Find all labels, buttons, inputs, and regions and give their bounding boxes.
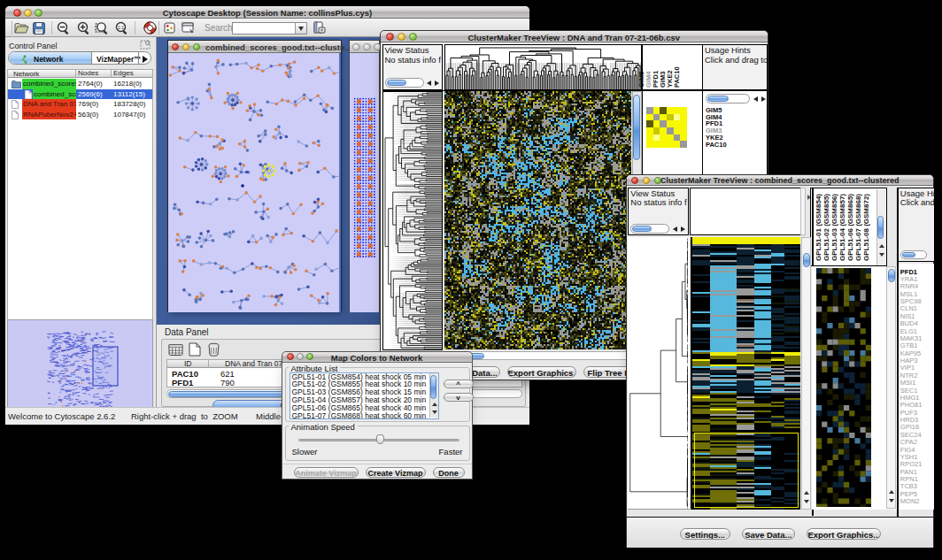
- svg-text:1:1: 1:1: [118, 25, 124, 30]
